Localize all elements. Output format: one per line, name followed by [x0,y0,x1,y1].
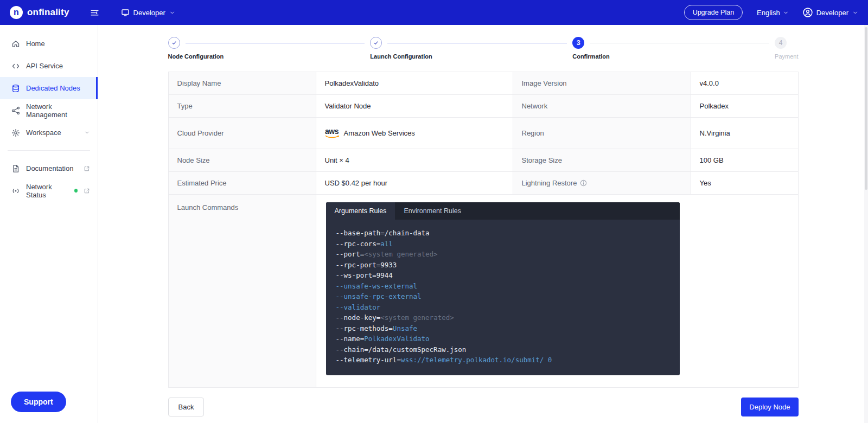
broadcast-icon [11,187,20,195]
field-value-image-version: v4.0.0 [691,72,798,94]
step-confirmation: 3 Confirmation [572,37,775,60]
code-segment: --rpc-methods= [336,324,393,332]
table-row: Cloud Provider aws Amazon Web Services R… [169,118,798,149]
sidebar-item-network-management[interactable]: Network Management [0,99,98,121]
back-button[interactable]: Back [168,398,205,416]
field-value-estimated-price: USD $0.42 per hour [316,172,513,194]
upgrade-plan-button[interactable]: Upgrade Plan [684,5,743,20]
field-label-launch-commands: Launch Commands [169,195,316,387]
document-icon [11,164,20,173]
field-value-type: Validator Node [316,95,513,117]
external-link-icon [84,165,90,172]
step-label: Node Configuration [168,53,371,60]
step-connector [387,43,567,43]
workspace-selector[interactable]: Developer [121,8,175,17]
step-connector [186,43,365,43]
field-label-cloud-provider: Cloud Provider [169,118,316,149]
field-label-storage-size: Storage Size [513,149,691,171]
sidebar-item-label: Workspace [26,129,61,137]
step-1-done-indicator [168,37,180,49]
account-name: Developer [816,9,848,17]
sidebar-item-label: Dedicated Nodes [26,84,80,92]
sidebar-item-label: Network Management [26,102,90,119]
launch-commands-panel: Arguments Rules Environment Rules --base… [326,202,680,375]
step-payment: 4 Payment [775,37,798,60]
onfinality-logo[interactable]: n onfinality [10,6,69,19]
table-row: Type Validator Node Network Polkadex [169,95,798,118]
onfinality-logo-icon: n [10,6,23,19]
chevron-down-icon [852,10,858,16]
field-label-estimated-price: Estimated Price [169,172,316,194]
tab-arguments-rules[interactable]: Arguments Rules [326,202,395,220]
code-lines: --base-path=/chain-data--rpc-cors=all--p… [326,220,680,375]
field-label-display-name: Display Name [169,72,316,94]
code-segment: --node-key= [336,313,381,322]
external-link-icon [84,188,90,194]
logo-text: onfinality [27,7,69,18]
code-segment: --name= [336,335,365,343]
code-segment: --telemetry-url= [336,356,401,364]
language-selector[interactable]: English [757,9,789,17]
code-line: --chain=/data/customSpecRaw.json [336,344,670,355]
code-line: --name=PolkadexValidato [336,334,670,344]
deploy-node-button[interactable]: Deploy Node [741,398,798,416]
sidebar-item-label: API Service [26,62,63,70]
field-label-region: Region [513,118,691,149]
account-menu[interactable]: Developer [803,8,858,17]
step-label: Launch Configuration [370,53,572,60]
code-segment: --rpc-port=9933 [336,261,397,269]
code-segment: wss://telemetry.polkadot.io/submit/ 0 [401,356,552,364]
code-segment: --ws-port=9944 [336,271,393,279]
sidebar-item-api-service[interactable]: API Service [0,55,98,77]
step-4-pending-indicator: 4 [775,37,787,49]
sidebar-link-network-status[interactable]: Network Status [0,180,98,202]
code-segment: PolkadexValidato [364,335,429,343]
code-line: --port=<system generated> [336,249,670,260]
sidebar-item-label: Documentation [26,164,73,172]
main-content: Node Configuration Launch Configuration … [98,25,868,423]
code-segment: --validator [336,303,381,311]
table-row: Estimated Price USD $0.42 per hour Light… [169,172,798,195]
code-line: --rpc-methods=Unsafe [336,323,670,334]
code-line: --validator [336,302,670,313]
field-label-lightning-restore: Lightning Restore [513,172,691,194]
network-icon [11,106,20,115]
code-line: --telemetry-url=wss://telemetry.polkadot… [336,355,670,366]
stepper: Node Configuration Launch Configuration … [168,37,799,60]
tab-environment-rules[interactable]: Environment Rules [395,202,470,220]
sidebar-link-documentation[interactable]: Documentation [0,157,98,180]
chevron-down-icon [783,10,789,16]
status-online-dot [74,189,78,193]
support-button[interactable]: Support [11,392,66,412]
step-label: Confirmation [572,53,775,60]
sidebar: Home API Service Dedicated Nodes Network… [0,25,98,423]
sidebar-item-home[interactable]: Home [0,33,98,55]
scrollbar[interactable] [864,25,868,423]
sidebar-item-label: Network Status [26,183,65,199]
field-value-storage-size: 100 GB [691,149,798,171]
scrollbar-thumb[interactable] [865,27,867,190]
field-value-node-size: Unit × 4 [316,149,513,171]
sidebar-divider [8,150,90,151]
code-segment: <system generated> [364,250,437,258]
code-line: --unsafe-rpc-external [336,291,670,302]
sidebar-item-workspace[interactable]: Workspace [0,121,98,144]
code-segment: --unsafe-rpc-external [336,292,422,300]
field-label-network: Network [513,95,691,117]
field-label-node-size: Node Size [169,149,316,171]
home-icon [11,40,20,48]
step-connector [590,43,769,43]
workspace-gear-icon [11,129,20,137]
code-line: --node-key=<system generated> [336,312,670,323]
code-line: --base-path=/chain-data [336,228,670,239]
field-label-type: Type [169,95,316,117]
step-launch-configuration: Launch Configuration [370,37,572,60]
info-icon[interactable] [580,180,587,187]
field-value-cloud-provider: aws Amazon Web Services [316,118,513,149]
check-icon [373,40,379,46]
sidebar-collapse-icon[interactable] [90,8,99,17]
api-icon [11,62,20,70]
code-segment: --port= [336,250,365,258]
sidebar-item-dedicated-nodes[interactable]: Dedicated Nodes [0,77,98,99]
step-2-done-indicator [370,37,382,49]
